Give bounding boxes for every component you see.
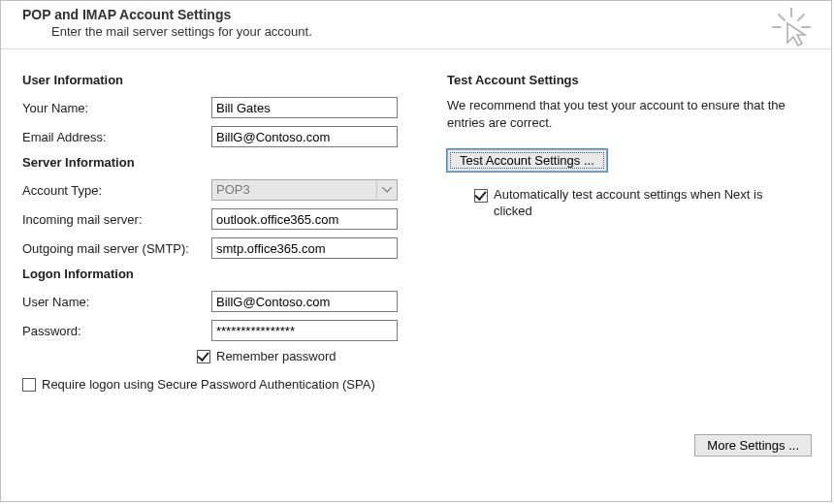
test-settings-description: We recommend that you test your account … [447, 97, 814, 132]
password-row: Password: [22, 320, 430, 341]
svg-line-2 [779, 15, 785, 20]
chevron-down-icon [376, 180, 397, 200]
account-type-label: Account Type: [22, 183, 211, 198]
dialog-header: POP and IMAP Account Settings Enter the … [1, 1, 831, 49]
server-info-heading: Server Information [22, 155, 430, 170]
account-type-select[interactable]: POP3 [211, 179, 398, 201]
username-input[interactable] [211, 291, 398, 312]
password-label: Password: [22, 324, 211, 338]
account-type-value: POP3 [216, 182, 250, 197]
remember-password-checkbox[interactable] [197, 350, 210, 363]
outgoing-server-label: Outgoing mail server (SMTP): [22, 241, 211, 256]
user-info-heading: User Information [22, 73, 430, 87]
account-settings-window: POP and IMAP Account Settings Enter the … [0, 0, 832, 502]
spa-label: Require logon using Secure Password Auth… [42, 377, 375, 392]
account-type-row: Account Type: POP3 [22, 179, 430, 201]
dialog-body: User Information Your Name: Email Addres… [1, 49, 831, 392]
right-column: Test Account Settings We recommend that … [430, 67, 814, 392]
svg-line-1 [798, 15, 804, 20]
dialog-title: POP and IMAP Account Settings [22, 7, 821, 22]
your-name-row: Your Name: [22, 97, 430, 118]
spa-row: Require logon using Secure Password Auth… [22, 377, 430, 392]
cursor-spark-icon [771, 7, 812, 49]
incoming-server-input[interactable] [211, 208, 398, 230]
spa-checkbox[interactable] [22, 378, 36, 392]
remember-password-row: Remember password [197, 349, 430, 363]
your-name-label: Your Name: [22, 101, 211, 115]
auto-test-row: Automatically test account settings when… [474, 187, 814, 220]
left-column: User Information Your Name: Email Addres… [22, 67, 430, 392]
logon-info-heading: Logon Information [22, 267, 430, 281]
test-settings-heading: Test Account Settings [447, 73, 814, 87]
auto-test-checkbox[interactable] [474, 189, 488, 203]
email-row: Email Address: [22, 126, 430, 147]
test-account-settings-button[interactable]: Test Account Settings ... [447, 149, 607, 172]
dialog-subtitle: Enter the mail server settings for your … [51, 24, 821, 39]
auto-test-label: Automatically test account settings when… [494, 187, 785, 220]
more-settings-button[interactable]: More Settings ... [694, 434, 812, 457]
outgoing-server-row: Outgoing mail server (SMTP): [22, 237, 430, 259]
outgoing-server-input[interactable] [211, 237, 398, 259]
email-label: Email Address: [22, 130, 211, 144]
password-input[interactable] [211, 320, 398, 341]
email-input[interactable] [211, 126, 398, 147]
incoming-server-label: Incoming mail server: [22, 212, 211, 227]
your-name-input[interactable] [211, 97, 398, 118]
username-label: User Name: [22, 295, 211, 309]
username-row: User Name: [22, 291, 430, 312]
incoming-server-row: Incoming mail server: [22, 208, 430, 230]
remember-password-label: Remember password [216, 349, 337, 363]
